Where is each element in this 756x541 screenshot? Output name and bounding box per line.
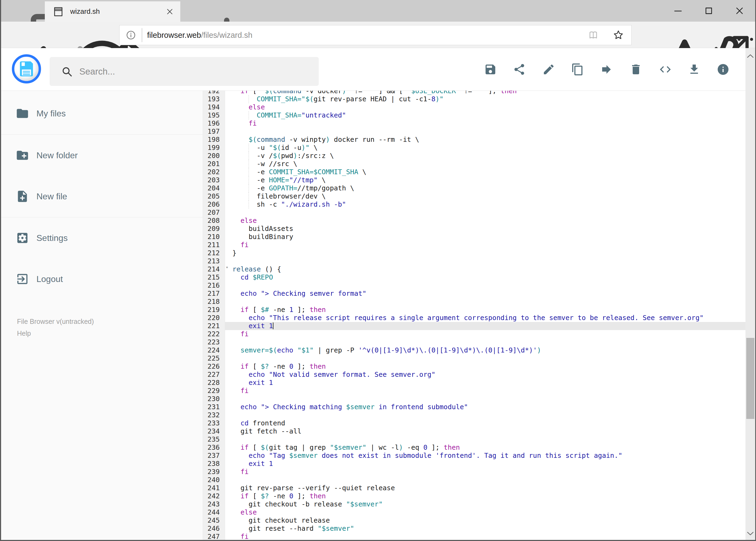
code-line-text[interactable]: } [225,249,745,257]
code-line-text[interactable]: -e GOPATH=//tmp/gopath \ [225,184,745,192]
code-line[interactable]: 209buildAssets [203,225,745,233]
code-line-text[interactable]: else [225,217,745,225]
code-line-text[interactable] [225,257,745,265]
search-box[interactable] [50,57,319,86]
code-line-text[interactable]: if [ $(git tag | grep "$semver" | wc -l)… [225,443,745,452]
edit-button[interactable] [537,57,561,82]
code-line-text[interactable]: echo "Not valid semver format. See semve… [225,370,745,379]
code-line[interactable]: 217echo "> Checking semver format" [203,289,745,297]
code-line[interactable]: 206sh -c "./wizard.sh -b" [203,201,745,209]
code-line[interactable]: 201-w //src \ [203,160,745,168]
code-line[interactable]: 230 [203,395,745,403]
move-button[interactable] [594,57,619,82]
code-line[interactable]: 241git rev-parse --verify --quiet releas… [203,484,745,492]
code-line-text[interactable] [225,297,745,306]
code-line[interactable]: 246git reset --hard "$semver" [203,525,745,533]
more-menu-button[interactable] [735,29,756,50]
code-line-text[interactable]: fi [225,468,745,476]
code-line-text[interactable]: fi [225,387,745,395]
reading-view-icon[interactable] [588,29,599,41]
code-line-text[interactable]: echo "> Checking matching $semver in fro… [225,403,745,411]
code-line[interactable]: 213 [203,257,745,265]
code-line-text[interactable] [225,395,745,403]
code-line-text[interactable]: echo "Tag $semver does not exist in subm… [225,452,745,460]
code-line[interactable]: 225 [203,354,745,362]
code-line[interactable]: 193COMMIT_SHA="$(git rev-parse HEAD | cu… [203,95,745,103]
code-line-text[interactable]: fi [225,533,745,541]
code-line[interactable]: 232 [203,411,745,419]
code-line-text[interactable]: git rev-parse --verify --quiet release [225,484,745,492]
favorite-star-icon[interactable] [613,29,624,41]
code-line-text[interactable] [225,128,745,136]
code-line-text[interactable]: else [225,103,745,111]
code-line[interactable]: 216 [203,281,745,289]
code-line[interactable]: 233cd frontend [203,419,745,427]
code-line-text[interactable]: echo "> Checking semver format" [225,289,745,297]
code-line-text[interactable]: COMMIT_SHA="untracked" [225,111,745,119]
code-line-text[interactable]: exit 1 [225,322,745,330]
page-info-icon[interactable] [126,30,136,41]
scroll-down-arrow-icon[interactable] [745,528,755,539]
code-line-text[interactable]: if [ $# -ne 1 ]; then [225,306,745,314]
code-line-text[interactable]: -v /$(pwd):/src:z \ [225,152,745,160]
code-line-text[interactable]: release () { [225,265,745,273]
code-line[interactable]: 235 [203,435,745,443]
code-line-text[interactable]: cd frontend [225,419,745,427]
code-line-text[interactable]: git reset --hard "$semver" [225,525,745,533]
code-line-text[interactable]: sh -c "./wizard.sh -b" [225,201,745,209]
code-line[interactable]: 224semver=$(echo "$1" | grep -P '^v(0|[1… [203,346,745,354]
code-line-text[interactable]: else [225,508,745,516]
code-line-text[interactable]: semver=$(echo "$1" | grep -P '^v(0|[1-9]… [225,346,745,354]
code-line[interactable]: 236if [ $(git tag | grep "$semver" | wc … [203,443,745,452]
code-line[interactable]: 218 [203,297,745,306]
code-line-text[interactable] [225,435,745,443]
code-line-text[interactable]: git fetch --all [225,427,745,435]
code-line-text[interactable]: -e COMMIT_SHA=$COMMIT_SHA \ [225,168,745,176]
code-line-text[interactable]: COMMIT_SHA="$(git rev-parse HEAD | cut -… [225,95,745,103]
code-line-text[interactable]: fi [225,119,745,128]
code-line[interactable]: 197 [203,128,745,136]
copy-button[interactable] [566,57,590,82]
code-line-text[interactable] [225,476,745,484]
save-button[interactable] [478,57,503,82]
code-line-text[interactable] [225,411,745,419]
code-line[interactable]: 214▾release () { [203,265,745,273]
code-line-text[interactable]: if [ $? -ne 0 ]; then [225,492,745,500]
share-button[interactable] [507,57,531,82]
code-line[interactable]: 215cd $REPO [203,273,745,281]
code-line[interactable]: 223 [203,338,745,346]
code-line[interactable]: 226if [ $? -ne 0 ]; then [203,362,745,370]
code-line[interactable]: 245git checkout release [203,516,745,525]
code-line[interactable]: 237echo "Tag $semver does not exist in s… [203,452,745,460]
code-line[interactable]: 198$(command -v winpty) docker run --rm … [203,136,745,144]
page-scrollbar[interactable] [745,48,755,541]
code-line-text[interactable]: -e HOME="//tmp" \ [225,176,745,184]
sidebar-item-new-folder[interactable]: New folder [0,141,203,170]
code-line[interactable]: 227echo "Not valid semver format. See se… [203,370,745,379]
code-line[interactable]: 200-v /$(pwd):/src:z \ [203,152,745,160]
code-line[interactable]: 234git fetch --all [203,427,745,435]
info-button[interactable] [711,57,735,82]
code-line[interactable]: 195COMMIT_SHA="untracked" [203,111,745,119]
code-line[interactable]: 240 [203,476,745,484]
code-line-text[interactable]: $(command -v winpty) docker run --rm -it… [225,136,745,144]
raw-code-button[interactable] [653,57,677,82]
code-line[interactable]: 210buildBinary [203,233,745,241]
delete-button[interactable] [624,57,648,82]
code-line[interactable]: 221exit 1 [203,322,745,330]
sidebar-item-my-files[interactable]: My files [0,99,203,128]
code-line-text[interactable]: fi [225,330,745,338]
code-line-text[interactable]: filebrowser/dev \ [225,192,745,201]
code-line[interactable]: 203-e HOME="//tmp" \ [203,176,745,184]
code-line[interactable]: 247fi [203,533,745,541]
maximize-icon[interactable] [703,5,714,16]
code-line-text[interactable]: echo "This release script requires a sin… [225,314,745,322]
code-line-text[interactable]: if [ "$(command -v docker)" != "" ] && [… [225,91,745,95]
code-line[interactable]: 207 [203,209,745,217]
code-line[interactable]: 228exit 1 [203,379,745,387]
code-line[interactable]: 239fi [203,468,745,476]
code-line[interactable]: 238exit 1 [203,460,745,468]
download-button[interactable] [682,57,706,82]
code-line[interactable]: 222fi [203,330,745,338]
code-line-text[interactable] [225,354,745,362]
